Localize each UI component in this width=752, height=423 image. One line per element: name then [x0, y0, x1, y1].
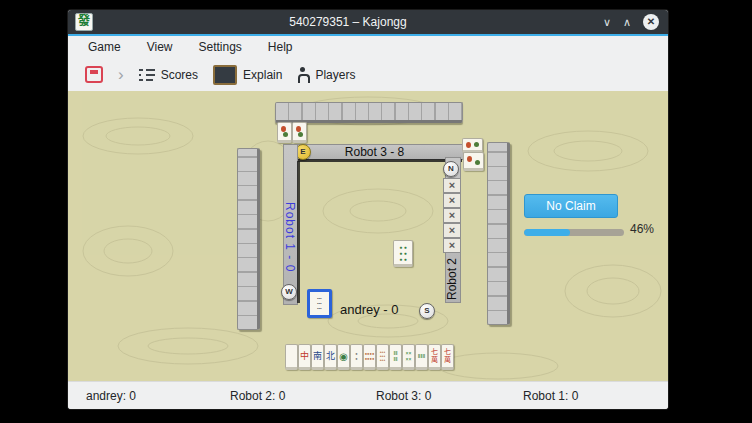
- hand-tile[interactable]: ● ●: [350, 344, 363, 370]
- toolbar: › Scores Explain Players: [68, 58, 668, 91]
- hand-tile[interactable]: 北: [324, 344, 337, 370]
- tile-face: [286, 345, 297, 367]
- wall-left: [237, 148, 260, 330]
- scores-label: Scores: [161, 68, 198, 82]
- tile-face: ●●●● ●●●●: [364, 345, 375, 367]
- progress-fill: [524, 229, 570, 236]
- wind-disc-west: W: [281, 284, 297, 300]
- concealed-tile: ×: [443, 178, 461, 193]
- bonus-tile: [463, 152, 484, 171]
- scores-button[interactable]: Scores: [139, 68, 198, 82]
- tile-face: ‖‖ ‖‖: [390, 345, 401, 367]
- robot2-label: Robot 2: [445, 248, 459, 300]
- tile-face: ● ●: [351, 345, 362, 367]
- player-bar-robot1: Robot 1 - 0: [283, 144, 298, 305]
- no-claim-button[interactable]: No Claim: [524, 194, 618, 218]
- hand-tile[interactable]: 南: [311, 344, 324, 370]
- tile-face: ‖‖‖: [416, 345, 427, 367]
- menu-item-view[interactable]: View: [147, 40, 173, 54]
- robot2-concealed-tiles: ×××××: [443, 178, 461, 253]
- bonus-tile: [277, 122, 292, 143]
- titlebar[interactable]: 發 540279351 – Kajongg ∨ ∧ ✕: [68, 10, 668, 34]
- concealed-tile: ×: [443, 223, 461, 238]
- hand-tile[interactable]: ●●● ●●● ●●●: [376, 344, 389, 370]
- tile-face: ● ● ● ● ● ●: [394, 241, 412, 264]
- hand-tile[interactable]: ×× ××: [402, 344, 415, 370]
- robot2-bonus-tiles: [462, 138, 486, 170]
- players-label: Players: [315, 68, 355, 82]
- hand-tile[interactable]: ◉: [337, 344, 350, 370]
- robot1-label: Robot 1 - 0: [284, 177, 297, 297]
- menu-item-settings[interactable]: Settings: [198, 40, 241, 54]
- app-icon: 發: [75, 13, 93, 31]
- wind-disc-north: N: [443, 161, 459, 177]
- hand-tile[interactable]: ●●●● ●●●●: [363, 344, 376, 370]
- hand-tile[interactable]: ‖‖‖: [415, 344, 428, 370]
- concealed-tile: ×: [443, 238, 461, 253]
- tile-face: ◉: [338, 345, 349, 367]
- andrey-label: andrey - 0: [340, 302, 399, 317]
- focused-discard-tile[interactable]: ▪▪▪ ▪▪▪ ▪▪▪: [307, 289, 332, 318]
- person-icon: [297, 67, 309, 82]
- wall-top: [275, 102, 463, 123]
- hand-tile[interactable]: 七 萬: [441, 344, 454, 370]
- wall-right: [487, 142, 510, 325]
- hand-tile[interactable]: ‖‖ ‖‖: [389, 344, 402, 370]
- claim-timeout-progressbar: [524, 229, 624, 236]
- statusbar: andrey: 0 Robot 2: 0 Robot 3: 0 Robot 1:…: [68, 381, 668, 409]
- tile-face: 南: [312, 345, 323, 367]
- tile-face: 七 萬: [442, 345, 453, 367]
- tile-face: ×× ××: [403, 345, 414, 367]
- close-button[interactable]: ✕: [643, 14, 659, 30]
- screen: 發 540279351 – Kajongg ∨ ∧ ✕ Game View Se…: [0, 0, 752, 423]
- concealed-tile: ×: [443, 208, 461, 223]
- tile-face: ▪▪▪ ▪▪▪ ▪▪▪: [310, 292, 329, 315]
- chevron-right-icon[interactable]: ›: [118, 66, 124, 83]
- wood-grain-texture: [68, 91, 668, 381]
- status-robot1-score: Robot 1: 0: [523, 382, 578, 409]
- player-bar-robot3: Robot 3 - 8: [285, 144, 464, 160]
- tile-face: 北: [325, 345, 336, 367]
- wind-disc-south: S: [419, 303, 435, 319]
- menubar: Game View Settings Help: [68, 36, 668, 58]
- scores-icon: [139, 68, 155, 82]
- bar-top-shadow: [294, 159, 462, 162]
- menu-item-game[interactable]: Game: [88, 40, 121, 54]
- tile-face: 中: [299, 345, 310, 367]
- bonus-tile: [462, 138, 483, 153]
- tile-face: ●●● ●●● ●●●: [377, 345, 388, 367]
- bonus-tile: [292, 122, 307, 143]
- maximize-button[interactable]: ∧: [623, 14, 631, 30]
- explain-button[interactable]: Explain: [213, 65, 282, 85]
- hand-tile[interactable]: 七 萬: [428, 344, 441, 370]
- kajongg-window: 發 540279351 – Kajongg ∨ ∧ ✕ Game View Se…: [68, 10, 668, 409]
- abort-game-icon[interactable]: [85, 66, 103, 83]
- status-robot2-score: Robot 2: 0: [230, 382, 285, 409]
- hand-tiles: 中南北◉● ●●●●● ●●●●●●● ●●● ●●●‖‖ ‖‖×× ××‖‖‖…: [285, 344, 454, 370]
- menu-item-help[interactable]: Help: [268, 40, 293, 54]
- status-andrey-score: andrey: 0: [86, 382, 136, 409]
- concealed-tile: ×: [443, 193, 461, 208]
- hand-tile[interactable]: [285, 344, 298, 370]
- game-table: Robot 3 - 8 E Robot 1 - 0 W Robot 2 N ××…: [68, 91, 668, 381]
- robot3-label: Robot 3 - 8: [286, 145, 463, 159]
- blackboard-icon: [213, 65, 237, 85]
- status-robot3-score: Robot 3: 0: [376, 382, 431, 409]
- players-button[interactable]: Players: [297, 67, 355, 82]
- center-discard-tile: ● ● ● ● ● ●: [393, 240, 413, 267]
- window-title: 540279351 – Kajongg: [93, 15, 603, 29]
- bar-left-shadow: [297, 161, 300, 303]
- hand-tile[interactable]: 中: [298, 344, 311, 370]
- explain-label: Explain: [243, 68, 282, 82]
- progress-percent-label: 46%: [630, 222, 654, 236]
- robot3-bonus-tiles: [277, 122, 309, 143]
- minimize-button[interactable]: ∨: [603, 14, 611, 30]
- tile-face: 七 萬: [429, 345, 440, 367]
